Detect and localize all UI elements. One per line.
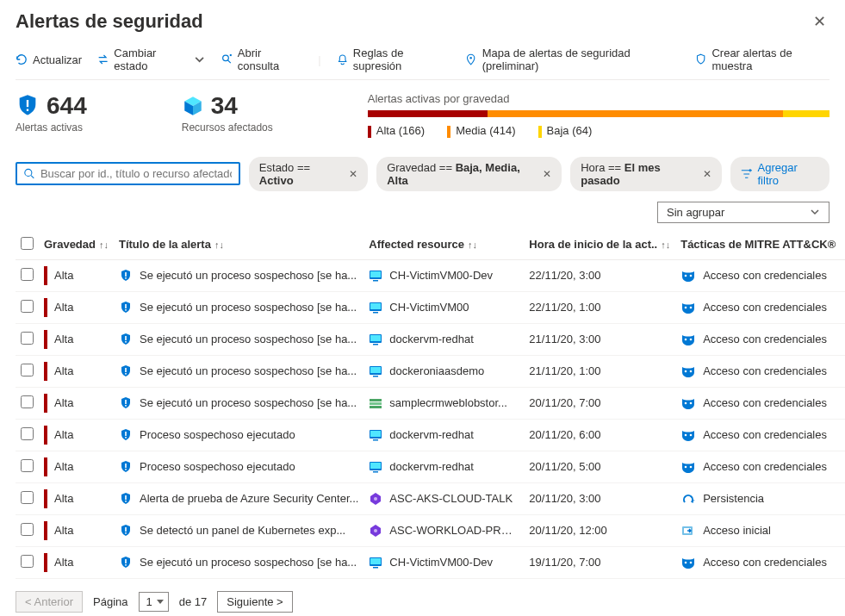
start-time: 21/11/20, 3:00 [524, 323, 675, 355]
row-checkbox[interactable] [21, 523, 34, 536]
page-title: Alertas de seguridad [16, 10, 203, 33]
severity-indicator [44, 330, 47, 349]
mask-icon [680, 428, 696, 442]
table-row[interactable]: Alta Alerta de prueba de Azure Security … [16, 482, 845, 514]
resource-name: samplecrmweblobstor... [389, 396, 507, 409]
sample-alerts-button[interactable]: Crear alertas de muestra [695, 47, 829, 72]
row-checkbox[interactable] [21, 427, 34, 440]
remove-filter-icon[interactable]: ✕ [703, 168, 711, 180]
start-time: 20/11/20, 12:00 [524, 514, 675, 546]
mask-icon [680, 364, 696, 378]
shield-icon [119, 364, 133, 378]
state-label: Activo [841, 355, 845, 387]
vm-icon [369, 428, 382, 442]
severity-indicator [44, 426, 47, 445]
col-state[interactable]: Estado↑ [841, 230, 845, 260]
remove-filter-icon[interactable]: ✕ [543, 168, 551, 180]
vm-icon [369, 301, 382, 314]
persist-icon [680, 492, 696, 506]
mask-icon [680, 396, 696, 410]
table-row[interactable]: Alta Se ejecutó un proceso sospechoso [s… [16, 323, 845, 355]
query-icon [221, 53, 233, 65]
alert-title: Proceso sospechoso ejecutado [140, 460, 295, 473]
resource-name: ASC-WORKLOAD-PRO... [389, 524, 519, 537]
page-select[interactable]: 1 [139, 592, 169, 612]
row-checkbox[interactable] [21, 555, 34, 568]
table-row[interactable]: Alta Se ejecutó un proceso sospechoso [s… [16, 546, 845, 578]
location-icon [465, 53, 476, 65]
filter-add-icon [741, 168, 752, 180]
resource-name: CH-VictimVM00-Dev [389, 556, 493, 569]
row-checkbox[interactable] [21, 268, 34, 281]
state-label: Activo [841, 387, 845, 419]
next-page-button[interactable]: Siguiente > [217, 591, 292, 613]
row-checkbox[interactable] [21, 491, 34, 504]
start-time: 20/11/20, 7:00 [524, 387, 675, 419]
prev-page-button[interactable]: < Anterior [16, 591, 83, 613]
severity-label: Alta [54, 269, 73, 282]
select-all-checkbox[interactable] [21, 237, 34, 250]
legend-high: Alta (166) [368, 124, 425, 138]
change-state-button[interactable]: Cambiar estado [97, 47, 205, 72]
severity-bar [368, 110, 829, 117]
table-row[interactable]: Alta Se ejecutó un proceso sospechoso [s… [16, 355, 845, 387]
alert-title: Se ejecutó un proceso sospechoso [se ha.… [140, 396, 357, 409]
remove-filter-icon[interactable]: ✕ [349, 168, 357, 180]
severity-breakdown: Alertas activas por gravedad Alta (166) … [368, 92, 829, 138]
svg-rect-3 [27, 109, 28, 111]
row-checkbox[interactable] [21, 300, 34, 313]
alerts-table: Gravedad↑↓ Título de la alerta↑↓ Affecte… [16, 230, 845, 579]
swap-icon [97, 53, 109, 65]
shield-icon [119, 524, 133, 538]
table-row[interactable]: Alta Proceso sospechoso ejecutado docker… [16, 451, 845, 482]
mask-icon [680, 269, 696, 283]
svg-point-4 [25, 169, 32, 176]
table-row[interactable]: Alta Se ejecutó un proceso sospechoso [s… [16, 291, 845, 323]
refresh-button[interactable]: Actualizar [16, 53, 82, 66]
filter-state[interactable]: Estado == Activo✕ [249, 157, 368, 191]
state-label: Activo [841, 291, 845, 323]
start-time: 22/11/20, 3:00 [524, 259, 675, 291]
filter-severity[interactable]: Gravedad == Baja, Media, Alta✕ [376, 157, 562, 191]
col-resource[interactable]: Affected resource↑↓ [363, 230, 524, 260]
vm-icon [369, 556, 382, 569]
resource-name: dockeroniaasdemo [389, 364, 484, 377]
pagination: < Anterior Página 1 de 17 Siguiente > [16, 591, 829, 613]
col-severity[interactable]: Gravedad↑↓ [39, 230, 114, 260]
row-checkbox[interactable] [21, 332, 34, 345]
suppression-rules-button[interactable]: Reglas de supresión [337, 47, 450, 72]
state-label: Activo [841, 482, 845, 514]
severity-label: Alta [54, 460, 73, 473]
close-icon[interactable]: ✕ [810, 9, 829, 34]
row-checkbox[interactable] [21, 459, 34, 472]
col-time[interactable]: Hora de inicio de la act..↑↓ [524, 230, 675, 260]
tactic-label: Acceso inicial [703, 524, 771, 537]
table-row[interactable]: Alta Se ejecutó un proceso sospechoso [s… [16, 387, 845, 419]
group-by-select[interactable]: Sin agrupar [657, 202, 829, 223]
severity-label: Alta [54, 301, 73, 314]
vm-icon [369, 364, 382, 378]
table-row[interactable]: Alta Se detectó un panel de Kubernetes e… [16, 514, 845, 546]
severity-indicator [44, 298, 47, 317]
search-icon [24, 168, 35, 180]
filter-time[interactable]: Hora == El mes pasado✕ [570, 157, 722, 191]
legend-med: Media (414) [447, 124, 515, 138]
aks-icon [369, 524, 382, 538]
alert-map-button[interactable]: Mapa de alertas de seguridad (preliminar… [465, 47, 680, 72]
table-row[interactable]: Alta Proceso sospechoso ejecutado docker… [16, 419, 845, 451]
shield-alert-icon [16, 94, 40, 118]
table-row[interactable]: Alta Se ejecutó un proceso sospechoso [s… [16, 259, 845, 291]
aks-icon [369, 492, 382, 506]
open-query-button[interactable]: Abrir consulta [221, 47, 303, 72]
col-title[interactable]: Título de la alerta↑↓ [114, 230, 363, 260]
svg-rect-2 [27, 100, 28, 107]
search-input[interactable] [16, 162, 240, 185]
tactic-label: Acceso con credenciales [703, 333, 827, 345]
add-filter-button[interactable]: Agregar filtro [730, 157, 829, 191]
alert-title: Se ejecutó un proceso sospechoso [se ha.… [140, 301, 357, 314]
col-tactics[interactable]: Tácticas de MITRE ATT&CK® [675, 230, 841, 260]
row-checkbox[interactable] [21, 395, 34, 408]
shield-icon [119, 556, 133, 569]
resource-name: CH-VictimVM00-Dev [389, 269, 493, 282]
row-checkbox[interactable] [21, 364, 34, 376]
